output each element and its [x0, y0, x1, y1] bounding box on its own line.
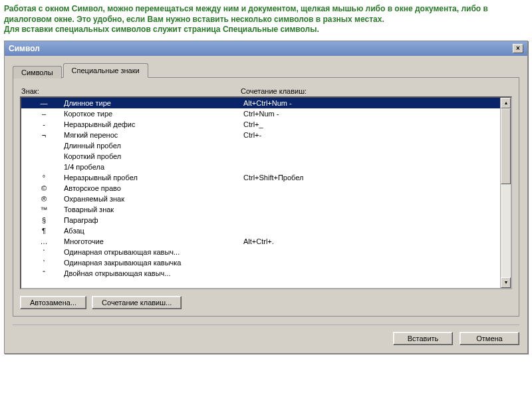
symbol-glyph: ¶	[24, 225, 64, 236]
symbol-name: Одинарная закрывающая кавычка	[64, 257, 243, 268]
symbol-name: 1/4 пробела	[64, 162, 243, 172]
symbol-name: Мягкий перенос	[64, 130, 243, 140]
symbol-shortcut	[243, 225, 508, 236]
titlebar[interactable]: Символ ×	[5, 41, 527, 56]
symbol-shortcut	[243, 204, 508, 215]
list-item[interactable]: Короткий пробел	[21, 151, 511, 162]
symbol-name: Авторское право	[64, 183, 243, 194]
intro-text: Работая с окном Символ, можно перемещать…	[4, 4, 528, 35]
scroll-track[interactable]	[501, 108, 511, 277]
list-item[interactable]: Длинный пробел	[21, 140, 511, 151]
symbol-glyph: -	[24, 119, 64, 130]
symbol-glyph: ™	[24, 204, 64, 215]
symbol-shortcut	[243, 215, 508, 225]
column-headers: Знак: Сочетание клавиш:	[21, 87, 511, 95]
list-item[interactable]: …МноготочиеAlt+Ctrl+.	[21, 236, 511, 247]
list-item[interactable]: ¬Мягкий переносCtrl+-	[21, 130, 511, 140]
symbol-shortcut	[243, 140, 508, 151]
list-item[interactable]: –Короткое тиреCtrl+Num -	[21, 108, 511, 119]
list-item[interactable]: ¶Абзац	[21, 225, 511, 236]
symbol-shortcut: Alt+Ctrl+Num -	[243, 98, 508, 108]
symbol-name: Неразрывный пробел	[64, 172, 243, 183]
symbol-glyph	[24, 140, 64, 151]
symbol-name: Параграф	[64, 215, 243, 225]
symbol-shortcut: Ctrl+Shift+Пробел	[243, 172, 508, 183]
list-item[interactable]: 1/4 пробела	[21, 162, 511, 172]
symbol-name: Длинный пробел	[64, 140, 243, 151]
symbol-glyph: …	[24, 236, 64, 247]
list-item[interactable]: ’Одинарная закрывающая кавычка	[21, 257, 511, 268]
symbol-name: Длинное тире	[64, 98, 243, 108]
list-item[interactable]: ‘Одинарная открывающая кавыч...	[21, 247, 511, 257]
tab-pane-special: Знак: Сочетание клавиш: —Длинное тиреAlt…	[13, 78, 519, 317]
cancel-button[interactable]: Отмена	[460, 332, 519, 345]
list-item[interactable]: ®Охраняемый знак	[21, 194, 511, 204]
symbol-name: Неразрывный дефис	[64, 119, 243, 130]
scrollbar[interactable]: ▴ ▾	[500, 98, 511, 288]
symbol-dialog: Символ × Символы Специальные знаки Знак:…	[4, 41, 528, 354]
list-item[interactable]: °Неразрывный пробелCtrl+Shift+Пробел	[21, 172, 511, 183]
scroll-up-icon[interactable]: ▴	[501, 98, 511, 108]
symbol-shortcut	[243, 183, 508, 194]
list-item[interactable]: -Неразрывный дефисCtrl+_	[21, 119, 511, 130]
symbol-name: Одинарная открывающая кавыч...	[64, 247, 243, 257]
list-item[interactable]: §Параграф	[21, 215, 511, 225]
symbol-glyph: —	[24, 98, 64, 108]
symbol-glyph: ©	[24, 183, 64, 194]
list-item[interactable]: ©Авторское право	[21, 183, 511, 194]
symbol-name: Охраняемый знак	[64, 194, 243, 204]
symbol-shortcut	[243, 247, 508, 257]
symbol-name: Короткий пробел	[64, 151, 243, 162]
symbol-name: Товарный знак	[64, 204, 243, 215]
symbol-glyph	[24, 162, 64, 172]
symbol-glyph: ‘	[24, 247, 64, 257]
scroll-down-icon[interactable]: ▾	[501, 277, 511, 288]
intro-p2: Для вставки специальных символов служит …	[4, 25, 528, 35]
symbol-shortcut: Ctrl+-	[243, 130, 508, 140]
symbol-glyph: ®	[24, 194, 64, 204]
symbol-shortcut: Ctrl+Num -	[243, 108, 508, 119]
symbol-glyph: ¬	[24, 130, 64, 140]
symbol-shortcut	[243, 257, 508, 268]
tab-strip: Символы Специальные знаки	[13, 63, 519, 78]
symbol-glyph	[24, 151, 64, 162]
col-header-sign: Знак:	[21, 87, 241, 95]
shortcut-button[interactable]: Сочетание клавиш...	[92, 296, 182, 309]
list-item[interactable]: ™Товарный знак	[21, 204, 511, 215]
autocorrect-button[interactable]: Автозамена...	[20, 296, 86, 309]
symbol-shortcut: Ctrl+_	[243, 119, 508, 130]
list-item[interactable]: —Длинное тиреAlt+Ctrl+Num -	[21, 98, 511, 108]
symbol-shortcut	[243, 194, 508, 204]
symbol-glyph: –	[24, 108, 64, 119]
intro-p1: Работая с окном Символ, можно перемещать…	[4, 4, 528, 25]
symbol-glyph: “	[24, 268, 64, 279]
symbol-name: Короткое тире	[64, 108, 243, 119]
symbol-glyph: ’	[24, 257, 64, 268]
symbol-glyph: §	[24, 215, 64, 225]
tab-special[interactable]: Специальные знаки	[63, 63, 148, 78]
close-icon[interactable]: ×	[513, 44, 523, 53]
character-list[interactable]: —Длинное тиреAlt+Ctrl+Num -–Короткое тир…	[20, 96, 512, 289]
insert-button[interactable]: Вставить	[393, 332, 453, 345]
list-item[interactable]: “Двойная открывающая кавыч...	[21, 268, 511, 279]
tab-symbols[interactable]: Символы	[13, 66, 62, 78]
symbol-shortcut	[243, 151, 508, 162]
symbol-name: Двойная открывающая кавыч...	[64, 268, 243, 279]
dialog-title: Символ	[9, 44, 40, 53]
symbol-shortcut: Alt+Ctrl+.	[243, 236, 508, 247]
symbol-name: Абзац	[64, 225, 243, 236]
col-header-shortcut: Сочетание клавиш:	[241, 87, 511, 95]
symbol-glyph: °	[24, 172, 64, 183]
symbol-name: Многоточие	[64, 236, 243, 247]
symbol-shortcut	[243, 268, 508, 279]
scroll-thumb[interactable]	[501, 108, 511, 184]
symbol-shortcut	[243, 162, 508, 172]
